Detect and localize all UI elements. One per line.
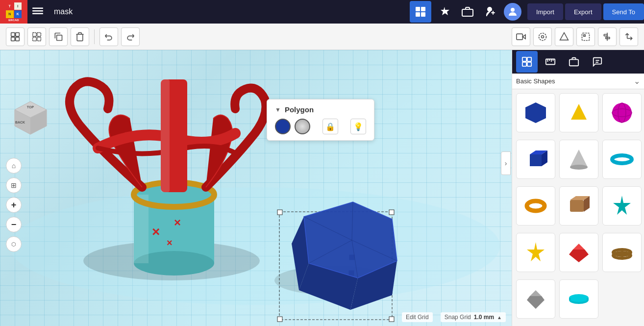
svg-rect-2	[32, 13, 43, 14]
main: × × ×	[0, 50, 644, 326]
svg-rect-43	[389, 210, 394, 215]
svg-rect-45	[389, 317, 394, 322]
svg-rect-11	[16, 32, 20, 36]
align-button[interactable]	[598, 27, 617, 46]
svg-point-86	[570, 165, 588, 170]
view-cube[interactable]: TOP BACK	[10, 99, 51, 143]
shape-item-sphere[interactable]	[602, 93, 642, 132]
zoom-out-button[interactable]: −	[6, 217, 22, 232]
svg-rect-16	[33, 37, 37, 41]
redo-button[interactable]	[121, 27, 140, 46]
svg-rect-98	[613, 252, 615, 255]
solid-color-button[interactable]	[275, 119, 291, 134]
svg-marker-92	[613, 196, 631, 215]
svg-point-87	[612, 155, 632, 163]
shape-category-arrow[interactable]: ⌄	[634, 76, 640, 86]
svg-rect-18	[57, 35, 62, 40]
polygon-controls: 🔒 💡	[275, 119, 366, 134]
polygon-collapse-arrow[interactable]: ▼	[275, 106, 281, 113]
svg-marker-93	[527, 242, 545, 261]
svg-marker-85	[570, 150, 588, 167]
hamburger-icon[interactable]	[32, 5, 43, 19]
point-edit-button[interactable]	[533, 27, 552, 46]
build-icon-btn[interactable]	[433, 1, 455, 23]
shape-item-ring-bronze[interactable]	[602, 233, 642, 272]
shape-outline-button[interactable]	[555, 27, 573, 46]
svg-point-28	[10, 187, 500, 305]
svg-rect-24	[584, 34, 585, 36]
svg-point-20	[542, 35, 544, 38]
briefcase-panel-button[interactable]	[563, 51, 585, 73]
ruler-panel-button[interactable]	[540, 51, 561, 73]
camera-view-button[interactable]	[512, 27, 530, 46]
fit-all-button[interactable]: ⊞	[6, 177, 22, 193]
canvas-area[interactable]: × × ×	[0, 50, 512, 326]
shape-item-disk-teal[interactable]	[559, 279, 598, 319]
export-button[interactable]: Export	[565, 3, 601, 20]
shape-item-partial-blue[interactable]	[516, 93, 555, 132]
shape-item-box-brown[interactable]	[559, 186, 598, 226]
group-outline-button[interactable]	[576, 27, 595, 46]
light-icon-button[interactable]: 💡	[350, 119, 366, 134]
send-to-button[interactable]: Send To	[603, 3, 644, 20]
polygon-title-row: ▼ Polygon	[275, 105, 366, 114]
shape-item-box[interactable]	[516, 140, 555, 179]
shape-selector[interactable]: Basic Shapes ⌄	[512, 74, 644, 89]
svg-rect-40	[161, 79, 170, 192]
undo-button[interactable]	[99, 27, 118, 46]
flip-button[interactable]	[619, 27, 638, 46]
polygon-panel-title: Polygon	[285, 105, 314, 114]
right-panel: Basic Shapes ⌄	[512, 50, 644, 326]
svg-rect-12	[11, 37, 15, 41]
gallery-icon-btn[interactable]	[457, 1, 478, 23]
shape-item-gem-red[interactable]	[559, 233, 598, 272]
shape-item-partial-yellow[interactable]	[559, 93, 598, 132]
top-right-actions: Import Export Send To	[410, 1, 644, 23]
edit-grid-button[interactable]: Edit Grid	[402, 312, 433, 322]
shape-item-gem-gray[interactable]	[516, 279, 555, 319]
scene-3d: × × ×	[0, 50, 512, 326]
lock-icon-button[interactable]: 🔒	[322, 119, 338, 134]
home-view-button[interactable]: ⌂	[6, 158, 22, 174]
svg-rect-19	[517, 34, 523, 40]
svg-point-79	[612, 103, 632, 123]
delete-button[interactable]	[71, 27, 89, 46]
perspective-button[interactable]: ⬡	[6, 236, 22, 252]
collapse-panel-button[interactable]: ›	[501, 151, 511, 175]
annotation-panel-button[interactable]	[587, 51, 608, 73]
svg-rect-66	[527, 57, 531, 61]
svg-rect-15	[37, 32, 41, 36]
shape-item-star-yellow[interactable]	[516, 233, 555, 272]
svg-rect-10	[11, 32, 15, 36]
svg-marker-77	[525, 102, 546, 123]
add-person-icon-btn[interactable]	[480, 1, 502, 23]
svg-rect-44	[277, 317, 282, 322]
shape-item-torus-cyan[interactable]	[602, 140, 642, 179]
snap-grid-control[interactable]: Snap Grid 1.0 mm ▲	[441, 312, 506, 322]
snap-grid-arrow[interactable]: ▲	[497, 315, 502, 320]
svg-rect-99	[629, 252, 631, 255]
zoom-in-button[interactable]: +	[6, 197, 22, 213]
left-controls: ⌂ ⊞ + − ⬡	[6, 158, 22, 252]
svg-rect-5	[416, 12, 420, 17]
project-name[interactable]: mask	[54, 7, 73, 16]
duplicate-button[interactable]	[49, 27, 68, 46]
svg-rect-89	[570, 200, 584, 212]
shape-item-torus-orange[interactable]	[516, 186, 555, 226]
svg-text:×: ×	[174, 216, 181, 229]
svg-rect-17	[37, 37, 41, 41]
shapes-panel-button[interactable]	[516, 51, 538, 73]
group-button[interactable]	[6, 27, 25, 46]
svg-rect-104	[569, 298, 571, 300]
design-icon-btn[interactable]	[410, 1, 431, 23]
shape-item-cone[interactable]	[559, 140, 598, 179]
import-button[interactable]: Import	[527, 3, 563, 20]
ungroup-button[interactable]	[27, 27, 46, 46]
separator-1	[94, 29, 95, 44]
hole-color-button[interactable]	[295, 119, 310, 134]
avatar-btn[interactable]	[504, 3, 521, 21]
svg-point-8	[488, 7, 492, 11]
logo: T I N K ERCAD	[0, 0, 27, 24]
shape-item-star-teal[interactable]	[602, 186, 642, 226]
svg-text:×: ×	[152, 224, 160, 239]
